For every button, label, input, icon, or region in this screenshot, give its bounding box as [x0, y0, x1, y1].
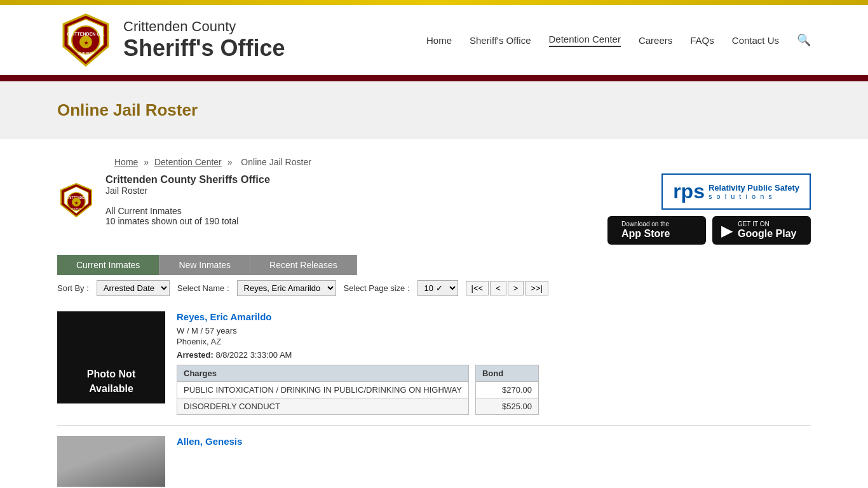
arrested-date-1: 8/8/2022 3:33:00 AM	[215, 350, 292, 360]
charges-header: Charges	[177, 365, 469, 382]
bond-header: Bond	[475, 365, 538, 382]
inmate-photo-2	[57, 436, 165, 487]
inmate-name-1[interactable]: Reyes, Eric Amarildo	[177, 311, 811, 322]
nav-careers[interactable]: Careers	[639, 35, 672, 46]
svg-text:★: ★	[84, 40, 89, 46]
controls-bar: Sort By : Arrested Date Select Name : Re…	[57, 275, 811, 301]
tab-new-inmates[interactable]: New Inmates	[159, 255, 250, 275]
rps-sub2: s o l u t i o n s	[709, 193, 799, 200]
photo-placeholder-2	[57, 436, 165, 487]
nav-detention[interactable]: Detention Center	[549, 34, 621, 47]
header-bottom-bar	[0, 75, 868, 81]
nav-sheriffs[interactable]: Sheriff's Office	[470, 35, 531, 46]
roster-title: Crittenden County Sheriffs Office Jail R…	[105, 173, 270, 226]
roster-right-area: rps Relativity Public Safety s o l u t i…	[607, 173, 811, 245]
svg-text:★: ★	[74, 201, 79, 205]
breadcrumb-home[interactable]: Home	[114, 157, 138, 167]
charges-bond-row-1: Charges PUBLIC INTOXICATION / DRINKING I…	[177, 365, 811, 415]
rps-sub1: Relativity Public Safety	[709, 183, 799, 193]
tab-current-inmates[interactable]: Current Inmates	[57, 255, 159, 275]
inmate-record-2: Allen, Genesis	[57, 426, 811, 488]
search-icon[interactable]: 🔍	[797, 33, 811, 47]
rps-logo: rps Relativity Public Safety s o l u t i…	[661, 173, 811, 210]
svg-text:CRITTENDEN CO.: CRITTENDEN CO.	[67, 32, 105, 36]
top-gold-bar	[0, 0, 868, 5]
google-play-text: GET IT ON Google Play	[738, 221, 796, 240]
sheriff-shield-logo: CRITTENDEN CO. ★ SHERIFF	[57, 11, 114, 69]
roster-inmate-shown: 10 inmates shown out of 190 total	[105, 216, 270, 226]
google-play-icon: ▶	[721, 222, 733, 240]
svg-text:SHERIFF: SHERIFF	[71, 207, 82, 210]
select-name-label: Select Name :	[177, 283, 229, 293]
google-play-top: GET IT ON	[738, 221, 796, 227]
sort-by-select[interactable]: Arrested Date	[97, 280, 170, 296]
bond-amount-2: $525.00	[475, 398, 538, 415]
inmate-city-state-1: Phoenix, AZ	[177, 337, 221, 346]
main-content: Home » Detention Center » Online Jail Ro…	[0, 139, 868, 488]
nav-contact[interactable]: Contact Us	[732, 35, 779, 46]
app-store-text: Download on the App Store	[621, 221, 670, 240]
rps-logo-text: rps	[673, 180, 705, 203]
sort-by-label: Sort By :	[57, 283, 89, 293]
site-header: CRITTENDEN CO. ★ SHERIFF Crittenden Coun…	[0, 5, 868, 75]
svg-text:SHERIFF: SHERIFF	[78, 51, 94, 55]
logo-area: CRITTENDEN CO. ★ SHERIFF Crittenden Coun…	[57, 11, 285, 69]
rps-subtext: Relativity Public Safety s o l u t i o n…	[709, 183, 799, 200]
bond-row-1: $270.00	[475, 382, 538, 398]
app-buttons: Download on the App Store ▶ GET IT ON Go…	[607, 216, 811, 245]
select-name-dropdown[interactable]: Reyes, Eric Amarildo	[237, 280, 336, 296]
bond-amount-1: $270.00	[475, 382, 538, 398]
app-store-top: Download on the	[621, 221, 670, 227]
charge-row-2: DISORDERLY CONDUCT	[177, 398, 469, 415]
roster-title-area: CRITTENDEN ★ SHERIFF Crittenden County S…	[57, 173, 270, 226]
tab-recent-releases[interactable]: Recent Releases	[250, 255, 357, 275]
charge-1: PUBLIC INTOXICATION / DRINKING IN PUBLIC…	[177, 382, 469, 398]
charges-table-1: Charges PUBLIC INTOXICATION / DRINKING I…	[177, 365, 469, 415]
inmate-demographics-1: W / M / 57 years	[177, 326, 811, 336]
arrested-label: Arrested:	[177, 350, 214, 360]
roster-shield-icon: CRITTENDEN ★ SHERIFF	[57, 181, 95, 219]
charge-row-1: PUBLIC INTOXICATION / DRINKING IN PUBLIC…	[177, 382, 469, 398]
breadcrumb-current: Online Jail Roster	[241, 157, 311, 167]
nav-home[interactable]: Home	[426, 35, 452, 46]
bond-row-2: $525.00	[475, 398, 538, 415]
page-size-select[interactable]: 10 ✓ 25 50	[417, 280, 458, 296]
photo-not-available-label: Photo NotAvailable	[87, 367, 135, 396]
logo-text: Crittenden County Sheriff's Office	[123, 18, 285, 62]
charge-2: DISORDERLY CONDUCT	[177, 398, 469, 415]
pagination-next[interactable]: >	[508, 281, 524, 295]
inmate-race-1: W / M / 57 years	[177, 326, 237, 336]
main-nav: Home Sheriff's Office Detention Center C…	[426, 33, 811, 47]
pagination-buttons: |<< < > >>|	[466, 281, 548, 295]
inmate-location-1: Phoenix, AZ	[177, 337, 811, 346]
roster-inmate-count: All Current Inmates	[105, 206, 270, 216]
logo-line1: Crittenden County	[123, 18, 285, 35]
roster-subtitle: Jail Roster	[105, 186, 270, 196]
inmate-details-1: Reyes, Eric Amarildo W / M / 57 years Ph…	[177, 311, 811, 415]
pagination-first[interactable]: |<<	[466, 281, 489, 295]
nav-faqs[interactable]: FAQs	[690, 35, 714, 46]
breadcrumb-sep1: »	[144, 157, 151, 167]
pagination-prev[interactable]: <	[490, 281, 506, 295]
roster-header: CRITTENDEN ★ SHERIFF Crittenden County S…	[57, 173, 811, 245]
app-store-bottom: App Store	[621, 227, 670, 240]
inmate-photo-1: Photo NotAvailable	[57, 311, 165, 403]
logo-line2: Sheriff's Office	[123, 35, 285, 62]
google-play-button[interactable]: ▶ GET IT ON Google Play	[712, 216, 811, 245]
google-play-bottom: Google Play	[738, 227, 796, 240]
app-store-button[interactable]: Download on the App Store	[607, 216, 706, 245]
page-title-section: Online Jail Roster	[0, 81, 868, 139]
inmate-arrested-1: Arrested: 8/8/2022 3:33:00 AM	[177, 350, 811, 360]
roster-office-name: Crittenden County Sheriffs Office	[105, 173, 270, 186]
inmate-name-2[interactable]: Allen, Genesis	[177, 436, 811, 447]
breadcrumb: Home » Detention Center » Online Jail Ro…	[57, 146, 811, 173]
inmate-record-1: Photo NotAvailable Reyes, Eric Amarildo …	[57, 301, 811, 426]
inmate-details-2: Allen, Genesis	[177, 436, 811, 487]
pagination-last[interactable]: >>|	[525, 281, 548, 295]
breadcrumb-detention[interactable]: Detention Center	[154, 157, 222, 167]
page-size-label: Select Page size :	[344, 283, 410, 293]
bond-table-1: Bond $270.00 $525.00	[475, 365, 539, 415]
breadcrumb-sep2: »	[227, 157, 235, 167]
roster-tabs: Current Inmates New Inmates Recent Relea…	[57, 255, 811, 275]
page-title: Online Jail Roster	[57, 100, 811, 120]
